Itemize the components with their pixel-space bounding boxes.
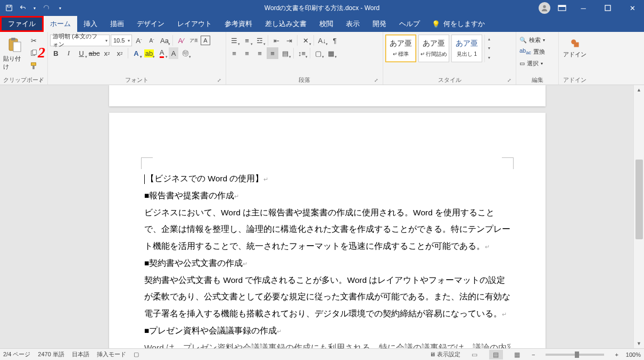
align-left-icon[interactable]: ≡	[228, 47, 240, 59]
style-heading1[interactable]: あア亜 見出し 1	[451, 35, 482, 62]
close-button[interactable]: ✕	[621, 1, 644, 15]
scroll-down-icon[interactable]: ▼	[634, 339, 644, 348]
select-icon: ▭	[519, 60, 525, 67]
style-normal[interactable]: あア亜 ↵ 標準	[385, 35, 416, 62]
tab-design[interactable]: デザイン	[130, 16, 171, 32]
tab-layout[interactable]: レイアウト	[171, 16, 218, 32]
subscript-icon[interactable]: x2	[101, 47, 113, 59]
qat-customize-icon[interactable]: ▾	[55, 3, 65, 13]
ribbon-display-options-icon[interactable]	[554, 1, 571, 15]
character-shading-icon[interactable]: A	[169, 47, 178, 59]
character-border-icon[interactable]: A	[201, 36, 210, 45]
shading-icon[interactable]: ▢	[312, 47, 324, 59]
tab-help[interactable]: ヘルプ	[393, 16, 426, 32]
tab-home[interactable]: ホーム	[44, 16, 77, 32]
asian-layout-icon[interactable]: ✕	[300, 35, 311, 46]
view-web-layout-icon[interactable]: ▦	[510, 350, 524, 359]
distributed-icon[interactable]: ▤	[279, 47, 291, 59]
zoom-in-button[interactable]: +	[615, 351, 618, 358]
sort-icon[interactable]: A↓	[316, 35, 328, 46]
italic-icon[interactable]: I	[63, 47, 75, 59]
numbering-icon[interactable]: ≡	[241, 35, 253, 46]
tab-references[interactable]: 参考資料	[218, 16, 259, 32]
tab-review[interactable]: 校閲	[313, 16, 340, 32]
select-label: 選択	[527, 60, 539, 68]
strikethrough-icon[interactable]: abc	[88, 47, 100, 59]
status-word-count[interactable]: 2470 単語	[38, 350, 64, 358]
display-settings[interactable]: 🖥 表示設定	[430, 350, 460, 358]
multilevel-list-icon[interactable]: ☲	[254, 35, 266, 46]
styles-launcher-icon[interactable]: ⤢	[506, 77, 513, 83]
align-right-icon[interactable]: ≡	[254, 47, 266, 59]
font-size-combo[interactable]: 10.5	[111, 35, 132, 46]
font-name-combo[interactable]: 游明朝 (本文のフォン	[50, 35, 110, 46]
zoom-slider-handle[interactable]	[575, 351, 579, 358]
tab-draw[interactable]: 描画	[104, 16, 130, 32]
superscript-icon[interactable]: x2	[114, 47, 126, 59]
status-insert-mode[interactable]: 挿入モード	[97, 350, 126, 358]
ribbon: 貼り付け ✂ クリップボード⤢ 游明朝 (本文のフォン 10.5 Aˆ Aˇ A…	[0, 32, 644, 85]
paste-button[interactable]: 貼り付け	[2, 35, 27, 73]
font-launcher-icon[interactable]: ⤢	[216, 77, 222, 83]
document-page[interactable]: 【ビジネスでの Word の使用】↵ ■報告書や提案書の作成↵ ビジネスにおいて…	[109, 113, 546, 348]
clear-formatting-icon[interactable]: A⁄	[175, 35, 187, 46]
find-button[interactable]: 🔍検索▾	[518, 35, 546, 45]
tab-mailings[interactable]: 差し込み文書	[259, 16, 313, 32]
addins-button[interactable]: アドイン	[561, 35, 589, 61]
bold-icon[interactable]: B	[50, 47, 62, 59]
vertical-scrollbar[interactable]: ▲ ▼	[633, 85, 644, 348]
copy-icon[interactable]	[28, 47, 39, 59]
scroll-up-icon[interactable]: ▲	[634, 85, 644, 95]
show-marks-icon[interactable]: ¶	[329, 35, 341, 46]
autosave-icon[interactable]	[4, 3, 14, 13]
status-page[interactable]: 2/4 ページ	[3, 350, 30, 358]
clipboard-launcher-icon[interactable]: ⤢	[38, 77, 44, 83]
tab-developer[interactable]: 開発	[366, 16, 393, 32]
increase-indent-icon[interactable]: ⇥	[283, 35, 295, 46]
align-center-icon[interactable]: ≡	[241, 47, 253, 59]
grow-font-icon[interactable]: Aˆ	[133, 35, 145, 46]
bulb-icon: 💡	[432, 20, 440, 28]
tab-view[interactable]: 表示	[340, 16, 366, 32]
shrink-font-icon[interactable]: Aˇ	[146, 35, 158, 46]
tab-insert[interactable]: 挿入	[77, 16, 104, 32]
maximize-button[interactable]	[596, 1, 620, 15]
view-read-mode-icon[interactable]: ▭	[468, 350, 482, 359]
status-language[interactable]: 日本語	[72, 350, 89, 358]
phonetic-guide-icon[interactable]: ア亜	[188, 35, 200, 46]
user-avatar[interactable]	[539, 2, 550, 14]
select-button[interactable]: ▭選択▾	[518, 58, 546, 69]
scroll-thumb[interactable]	[635, 160, 643, 239]
minimize-button[interactable]: ─	[572, 1, 595, 15]
underline-icon[interactable]: U	[76, 47, 87, 59]
text-effects-icon[interactable]: A	[130, 47, 142, 59]
justify-icon[interactable]: ≡	[267, 47, 278, 59]
enclose-characters-icon[interactable]: ㊞	[179, 47, 191, 59]
paragraph-launcher-icon[interactable]: ⤢	[373, 77, 379, 83]
borders-icon[interactable]: ▦	[325, 47, 337, 59]
change-case-icon[interactable]: Aa	[159, 35, 170, 46]
replace-button[interactable]: abac置換	[518, 46, 546, 57]
zoom-out-button[interactable]: −	[532, 351, 535, 358]
tell-me-search[interactable]: 💡 何をしますか	[426, 16, 490, 32]
tab-file[interactable]: ファイル	[0, 16, 44, 32]
undo-icon[interactable]	[18, 3, 28, 13]
view-print-layout-icon[interactable]: ▤	[489, 350, 503, 359]
zoom-level[interactable]: 100%	[626, 351, 641, 358]
style-no-spacing[interactable]: あア亜 ↵ 行間詰め	[418, 35, 449, 62]
cut-icon[interactable]: ✂	[28, 35, 39, 46]
group-paragraph: ☰ ≡ ☲ ⇤ ⇥ ✕ A↓ ¶ ≡ ≡ ≡ ≡ ▤	[226, 32, 383, 85]
redo-icon[interactable]	[42, 3, 51, 13]
format-painter-icon[interactable]	[28, 60, 39, 72]
line-spacing-icon[interactable]: ↕≡	[296, 47, 308, 59]
highlight-icon[interactable]: ab	[143, 47, 155, 59]
paste-label: 貼り付け	[3, 55, 26, 71]
decrease-indent-icon[interactable]: ⇤	[270, 35, 282, 46]
zoom-slider[interactable]	[546, 354, 604, 356]
document-body[interactable]: 【ビジネスでの Word の使用】↵ ■報告書や提案書の作成↵ ビジネスにおいて…	[144, 170, 510, 348]
styles-gallery-more[interactable]: ▴▾▾	[484, 35, 493, 62]
macro-recording-icon[interactable]: ▢	[134, 351, 139, 358]
font-color-icon[interactable]: A	[156, 47, 168, 59]
bullets-icon[interactable]: ☰	[228, 35, 240, 46]
undo-dropdown-icon[interactable]: ▾	[32, 3, 37, 13]
